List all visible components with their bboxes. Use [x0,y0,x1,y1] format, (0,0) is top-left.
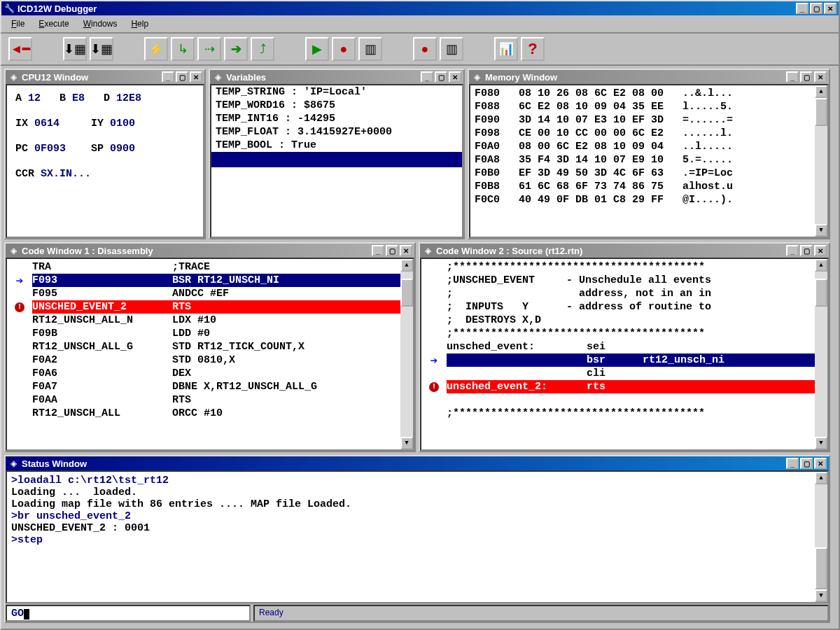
scroll-down-icon[interactable]: ▼ [815,224,827,237]
source-row[interactable]: ; INPUTS Y - address of routine to [421,300,815,314]
toolbar-play-button[interactable]: ▶ [305,37,329,61]
memory-close-button[interactable]: ✕ [814,71,827,83]
command-input[interactable]: GO [6,605,251,622]
toolbar-break-1-button[interactable]: ▥ [358,37,382,61]
source-row[interactable]: ;***************************************… [421,407,815,420]
toolbar-chart-button[interactable]: 📊 [494,37,518,61]
toolbar-break-2-button[interactable]: ▥ [440,37,463,61]
disasm-row[interactable]: F0AARTS [7,393,400,407]
cpu-titlebar[interactable]: ◈ CPU12 Window _ ▢ ✕ [6,70,204,84]
scroll-thumb[interactable] [815,98,827,126]
code2-close-button[interactable]: ✕ [814,245,827,256]
source-row[interactable]: ➔bsrrt12_unsch_ni [421,354,815,367]
variables-body[interactable]: TEMP_STRING : 'IP=Local'TEMP_WORD16 : $8… [210,84,463,238]
disasm-row[interactable]: F0A7DBNE X,RT12_UNSCH_ALL_G [7,380,400,393]
source-row[interactable]: unsched_event:sei [421,340,815,354]
status-maximize-button[interactable]: ▢ [800,458,813,469]
menu-file[interactable]: File [6,18,30,30]
disasm-row[interactable]: F0A6DEX [7,367,400,380]
toolbar-record-2-button[interactable]: ● [413,37,437,61]
scroll-thumb[interactable] [400,279,413,307]
variables-titlebar[interactable]: ◈ Variables _ ▢ ✕ [210,70,463,84]
source-row[interactable]: ;UNSCHED_EVENT - Unschedule all events [421,274,815,287]
memory-row[interactable]: F090 3D 14 10 07 E3 10 EF 3D =......= [470,113,815,127]
toolbar-step-over-button[interactable]: ⇢ [197,37,221,61]
app-close-button[interactable]: ✕ [824,3,836,14]
scroll-thumb[interactable] [815,279,827,307]
variable-row[interactable]: TEMP_STRING : 'IP=Local' [211,85,462,99]
disasm-row[interactable]: RT12_UNSCH_ALLORCC #10 [7,407,400,420]
variables-close-button[interactable]: ✕ [449,71,461,83]
memory-body[interactable]: F080 08 10 26 08 6C E2 08 00 ..&.l...F08… [469,84,829,238]
scroll-up-icon[interactable]: ▲ [400,259,413,272]
source-row[interactable]: ;***************************************… [421,260,815,274]
code2-body[interactable]: ;***************************************… [420,258,829,451]
status-minimize-button[interactable]: _ [786,458,799,469]
disasm-row[interactable]: RT12_UNSCH_ALL_GSTD RT12_TICK_COUNT,X [7,340,400,354]
scroll-thumb[interactable] [815,547,827,589]
toolbar-run-button[interactable]: ➔ [224,37,248,61]
code2-titlebar[interactable]: ◈ Code Window 2 : Source (rt12.rtn) _ ▢ … [420,244,829,258]
toolbar-back-button[interactable]: ◄━ [8,37,32,61]
toolbar-halt-button[interactable]: ⚡ [144,37,168,61]
menu-help[interactable]: Help [125,18,154,30]
memory-scrollbar[interactable]: ▲ ▼ [815,85,827,237]
memory-row[interactable]: F080 08 10 26 08 6C E2 08 00 ..&.l... [470,87,815,100]
scroll-down-icon[interactable]: ▼ [400,437,413,449]
disasm-row[interactable]: F095ANDCC #EF [7,287,400,300]
cpu-close-button[interactable]: ✕ [190,71,202,83]
code1-minimize-button[interactable]: _ [372,245,384,256]
disasm-row[interactable]: F09BLDD #0 [7,327,400,340]
disasm-row[interactable]: !UNSCHED_EVENT_2RTS [7,300,400,314]
code1-titlebar[interactable]: ◈ Code Window 1 : Disassembly _ ▢ ✕ [6,244,414,258]
scroll-up-icon[interactable]: ▲ [815,472,827,484]
source-row[interactable]: ; DESTROYS X,D [421,314,815,327]
variable-row[interactable]: TEMP_INT16 : -14295 [211,112,462,125]
toolbar-download-1-button[interactable]: ⬇▦ [63,37,87,61]
memory-row[interactable]: F0B0 EF 3D 49 50 3D 4C 6F 63 .=IP=Loc [470,167,815,180]
breakpoint-icon[interactable]: ! [429,382,439,392]
memory-row[interactable]: F0A8 35 F4 3D 14 10 07 E9 10 5.=..... [470,153,815,167]
code2-scrollbar[interactable]: ▲ ▼ [815,259,827,449]
app-maximize-button[interactable]: ▢ [810,3,822,14]
scroll-down-icon[interactable]: ▼ [815,589,827,602]
variables-maximize-button[interactable]: ▢ [435,71,447,83]
source-row[interactable]: cli [421,367,815,380]
memory-row[interactable]: F088 6C E2 08 10 09 04 35 EE l.....5. [470,100,815,113]
variable-selection[interactable] [211,152,462,167]
variable-row[interactable]: TEMP_WORD16 : $8675 [211,99,462,112]
code1-body[interactable]: TRA;TRACE➔F093BSR RT12_UNSCH_NIF095ANDCC… [6,258,414,451]
toolbar-step-out-button[interactable]: ⤴ [251,37,274,61]
code1-close-button[interactable]: ✕ [400,245,412,256]
variable-row[interactable]: TEMP_FLOAT : 3.1415927E+0000 [211,125,462,139]
memory-row[interactable]: F0A0 08 00 6C E2 08 10 09 04 ..l..... [470,140,815,153]
toolbar-help-button[interactable]: ? [521,37,545,61]
toolbar-download-2-button[interactable]: ⬇▦ [90,37,113,61]
cpu-minimize-button[interactable]: _ [162,71,174,83]
source-row[interactable]: ;***************************************… [421,327,815,340]
source-row[interactable]: !unsched_event_2:rts [421,380,815,393]
scroll-up-icon[interactable]: ▲ [815,259,827,272]
status-close-button[interactable]: ✕ [814,458,827,469]
memory-minimize-button[interactable]: _ [786,71,799,83]
toolbar-step-into-button[interactable]: ↳ [171,37,195,61]
breakpoint-icon[interactable]: ! [15,302,24,312]
memory-maximize-button[interactable]: ▢ [800,71,813,83]
disasm-row[interactable]: ➔F093BSR RT12_UNSCH_NI [7,274,400,287]
scroll-up-icon[interactable]: ▲ [815,85,827,98]
cpu-maximize-button[interactable]: ▢ [176,71,188,83]
source-row[interactable]: ; address, not in an in [421,287,815,300]
memory-titlebar[interactable]: ◈ Memory Window _ ▢ ✕ [469,70,829,84]
code1-maximize-button[interactable]: ▢ [386,245,398,256]
disasm-row[interactable]: RT12_UNSCH_ALL_NLDX #10 [7,314,400,327]
app-minimize-button[interactable]: _ [796,3,808,14]
menu-execute[interactable]: Execute [33,18,74,30]
code1-scrollbar[interactable]: ▲ ▼ [400,259,413,449]
scroll-down-icon[interactable]: ▼ [815,437,827,449]
toolbar-record-button[interactable]: ● [332,37,356,61]
disasm-row[interactable]: TRA;TRACE [7,260,400,274]
menu-windows[interactable]: Windows [78,18,123,30]
status-scrollbar[interactable]: ▲ ▼ [815,472,827,602]
status-titlebar[interactable]: ◈ Status Window _ ▢ ✕ [6,456,829,470]
memory-row[interactable]: F0B8 61 6C 68 6F 73 74 86 75 alhost.u [470,180,815,193]
